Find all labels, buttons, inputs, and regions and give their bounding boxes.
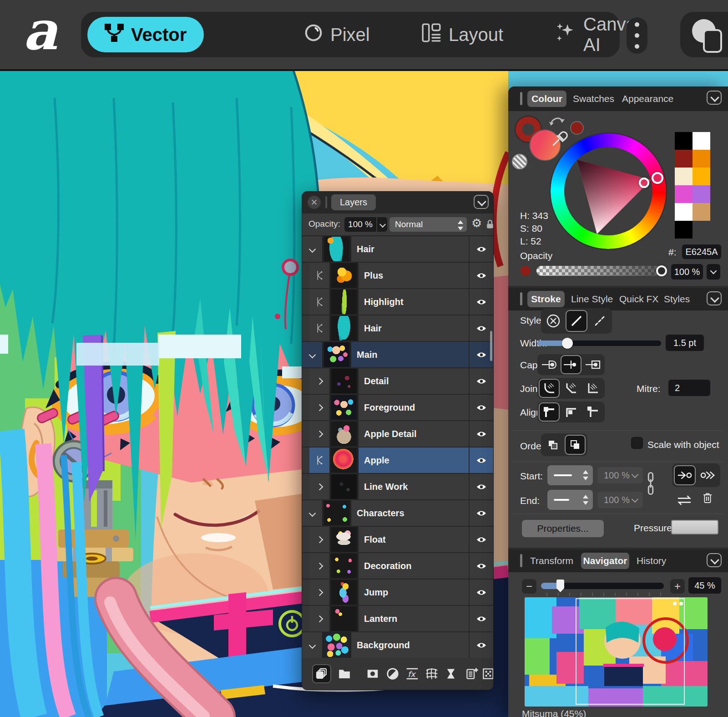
visibility-toggle[interactable] <box>469 447 493 473</box>
slider-knob[interactable] <box>562 338 573 349</box>
colour-opacity-field[interactable]: 100 % <box>671 264 703 280</box>
hex-field[interactable]: E6245A <box>682 244 721 259</box>
visibility-toggle[interactable] <box>469 263 493 288</box>
expand-icon[interactable] <box>309 368 329 394</box>
visibility-toggle[interactable] <box>469 289 493 315</box>
collapse-panel-button[interactable] <box>707 91 722 105</box>
visibility-toggle[interactable] <box>469 474 493 499</box>
layer-row[interactable]: Plus <box>302 263 493 289</box>
blend-mode-select[interactable]: Normal <box>389 217 467 232</box>
swatch[interactable] <box>693 168 710 185</box>
start-on-curve-button[interactable] <box>674 465 696 485</box>
no-fill-icon[interactable] <box>512 154 527 169</box>
scale-with-object-checkbox[interactable] <box>631 437 643 449</box>
collapse-panel-button[interactable] <box>707 291 722 305</box>
join-bevel-button[interactable] <box>561 380 581 397</box>
adjustment-icon[interactable] <box>383 664 402 683</box>
layer-row[interactable]: Detail <box>302 368 493 395</box>
tab-layout[interactable]: Layout <box>421 12 503 57</box>
swatch[interactable] <box>675 221 693 239</box>
tab-pixel[interactable]: Pixel <box>304 12 370 57</box>
join-round-button[interactable] <box>539 379 560 398</box>
collapse-icon[interactable] <box>302 632 322 658</box>
tab-styles[interactable]: Styles <box>664 288 690 310</box>
collapse-panel-button[interactable] <box>474 195 489 209</box>
swap-markers-icon[interactable] <box>676 494 693 506</box>
align-outside-button[interactable] <box>582 403 603 421</box>
colour-opacity-slider[interactable] <box>536 266 667 276</box>
start-scale-field[interactable]: 100 % <box>597 467 643 483</box>
expand-icon[interactable] <box>309 421 329 447</box>
edit-all-layers-icon[interactable] <box>312 664 331 683</box>
hue-marker[interactable] <box>652 172 663 184</box>
link-icon[interactable] <box>646 472 655 495</box>
mesh-warp-icon[interactable] <box>422 664 441 683</box>
tab-swatches[interactable]: Swatches <box>573 86 614 111</box>
visibility-toggle[interactable] <box>469 500 493 526</box>
zoom-in-button[interactable]: + <box>670 579 685 594</box>
align-centre-button[interactable] <box>539 402 560 422</box>
visibility-toggle[interactable] <box>469 395 493 420</box>
stroke-width-slider[interactable] <box>537 341 661 346</box>
stroke-behind-button[interactable] <box>543 436 563 453</box>
scrollbar[interactable] <box>490 331 492 361</box>
expand-icon[interactable] <box>309 580 329 605</box>
viewport-rectangle[interactable] <box>576 598 685 705</box>
picked-colour-dot[interactable] <box>570 121 584 135</box>
expand-icon[interactable] <box>309 395 329 420</box>
cap-butt-button[interactable] <box>561 355 581 374</box>
visibility-toggle[interactable] <box>469 236 493 262</box>
collapse-icon[interactable] <box>302 500 322 526</box>
eyedropper-icon[interactable] <box>550 127 572 148</box>
stroke-width-field[interactable]: 1.5 pt <box>666 335 704 351</box>
share-button[interactable] <box>680 12 728 57</box>
layers-panel-title[interactable]: Layers <box>331 194 376 210</box>
expand-icon[interactable] <box>309 553 329 579</box>
swatch[interactable] <box>693 203 710 221</box>
end-on-curve-button[interactable] <box>698 466 718 484</box>
stroke-front-button[interactable] <box>565 435 586 455</box>
tab-stroke[interactable]: Stroke <box>527 291 565 307</box>
properties-button[interactable]: Properties... <box>522 520 604 537</box>
visibility-toggle[interactable] <box>469 315 493 341</box>
tab-canva-ai[interactable]: Canva AI <box>555 12 636 57</box>
overflow-menu-button[interactable] <box>627 17 647 54</box>
swatch[interactable] <box>675 203 693 221</box>
slider-knob[interactable] <box>656 265 667 276</box>
live-filter-icon[interactable]: fx <box>403 664 422 683</box>
zoom-slider[interactable] <box>541 583 664 589</box>
swatch[interactable] <box>675 168 693 185</box>
cap-square-button[interactable] <box>582 356 603 373</box>
style-none-button[interactable] <box>543 311 564 331</box>
visibility-toggle[interactable] <box>469 580 493 605</box>
layer-row[interactable]: Jump <box>302 580 493 606</box>
visibility-toggle[interactable] <box>469 421 493 447</box>
swatch[interactable] <box>675 185 693 203</box>
layer-row[interactable]: Lantern <box>302 606 493 632</box>
mask-icon[interactable] <box>363 664 382 683</box>
layer-row[interactable]: Line Work <box>302 474 493 500</box>
affinity-logo[interactable]: a <box>23 4 68 63</box>
end-marker-select[interactable] <box>547 490 593 510</box>
zoom-out-button[interactable]: − <box>522 579 536 594</box>
collapse-icon[interactable] <box>302 236 322 262</box>
style-dashed-button[interactable] <box>589 311 610 331</box>
start-marker-select[interactable] <box>547 465 593 485</box>
swatch[interactable] <box>693 132 710 150</box>
collapse-icon[interactable] <box>302 342 322 367</box>
close-icon[interactable]: ✕ <box>308 196 321 209</box>
join-mitre-button[interactable] <box>582 380 603 397</box>
style-solid-button[interactable] <box>566 310 587 332</box>
collapse-panel-button[interactable] <box>707 553 722 567</box>
layer-row[interactable]: Apple Detail <box>302 421 493 447</box>
mitre-field[interactable]: 2 <box>668 380 710 396</box>
layer-row[interactable]: Hair <box>302 315 493 342</box>
swatch[interactable] <box>693 185 710 203</box>
swap-colours-icon[interactable] <box>548 113 566 128</box>
expand-icon[interactable] <box>309 606 329 631</box>
saturation-marker[interactable] <box>639 178 649 188</box>
visibility-toggle[interactable] <box>469 632 493 658</box>
hourglass-icon[interactable] <box>441 664 460 683</box>
zoom-level-field[interactable]: 45 % <box>688 577 721 594</box>
swatch[interactable] <box>675 150 693 168</box>
